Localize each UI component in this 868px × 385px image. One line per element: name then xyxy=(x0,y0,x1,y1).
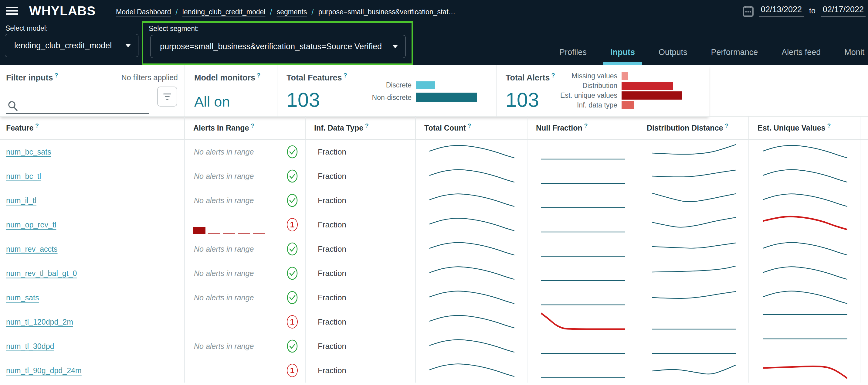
bar-est-unique-values xyxy=(622,91,682,99)
feature-link-num-rev-accts[interactable]: num_rev_accts xyxy=(6,245,58,254)
table-row: num_satsNo alerts in rangeFraction xyxy=(0,286,868,310)
est-unique-values-sparkline xyxy=(763,261,847,286)
table-body: num_bc_satsNo alerts in rangeFractionnum… xyxy=(0,140,868,383)
est-unique-values-sparkline xyxy=(763,237,847,261)
calendar-icon xyxy=(743,5,753,17)
feature-link-num-tl-30dpd[interactable]: num_tl_30dpd xyxy=(6,342,54,351)
distribution-distance-sparkline xyxy=(652,237,736,261)
total-count-sparkline xyxy=(429,358,515,383)
filter-inputs-panel: Filter inputs? No filters applied xyxy=(0,65,185,117)
no-alerts-text: No alerts in range xyxy=(194,245,254,254)
alert-mini-bar-chart xyxy=(193,226,265,234)
hamburger-menu-icon[interactable] xyxy=(6,7,18,17)
help-icon[interactable]: ? xyxy=(827,122,831,129)
bar-label: Inf. data type xyxy=(497,101,622,109)
breadcrumb-item-segments[interactable]: segments xyxy=(277,8,307,16)
alert-ok-badge xyxy=(287,194,298,207)
inferred-data-type: Fraction xyxy=(318,172,346,181)
null-fraction-sparkline xyxy=(541,188,625,212)
help-icon[interactable]: ? xyxy=(584,122,588,129)
bar-missing-values xyxy=(622,72,628,80)
feature-link-num-op-rev-tl[interactable]: num_op_rev_tl xyxy=(6,220,56,229)
feature-link-num-rev-tl-bal-gt-0[interactable]: num_rev_tl_bal_gt_0 xyxy=(6,269,77,278)
filter-inputs-title: Filter inputs? xyxy=(6,72,58,83)
model-monitors-title: Model monitors? xyxy=(194,72,260,83)
total-count-sparkline xyxy=(429,140,515,164)
feature-link-num-sats[interactable]: num_sats xyxy=(6,293,39,302)
inferred-data-type: Fraction xyxy=(318,317,346,327)
distribution-distance-sparkline xyxy=(652,358,736,383)
distribution-distance-sparkline xyxy=(652,261,736,286)
bar-inf-data-type xyxy=(622,101,634,109)
date-range-picker[interactable]: 02/13/2022 to 02/17/2022 xyxy=(743,5,866,17)
null-fraction-sparkline xyxy=(541,164,625,188)
inferred-data-type: Fraction xyxy=(318,147,346,157)
total-alerts-panel: Total Alerts? 103 Missing valuesDistribu… xyxy=(497,65,709,117)
tab-performance[interactable]: Performance xyxy=(701,39,768,65)
est-unique-values-sparkline xyxy=(763,188,847,212)
tab-outputs[interactable]: Outputs xyxy=(649,39,698,65)
tab-monit[interactable]: Monit xyxy=(834,39,868,65)
est-unique-values-sparkline xyxy=(763,140,847,164)
null-fraction-sparkline xyxy=(541,140,625,164)
alert-count-badge: 1 xyxy=(287,218,298,231)
no-alerts-text: No alerts in range xyxy=(194,148,254,156)
end-date-field[interactable]: 02/17/2022 xyxy=(821,5,866,17)
null-fraction-sparkline xyxy=(541,237,625,261)
help-icon[interactable]: ? xyxy=(725,122,728,129)
filter-button[interactable] xyxy=(157,87,177,107)
help-icon[interactable]: ? xyxy=(344,72,347,79)
total-count-sparkline xyxy=(429,164,515,188)
model-select-dropdown[interactable]: lending_club_credit_model xyxy=(5,34,138,57)
column-header-total-count: Total Count? xyxy=(415,117,527,139)
est-unique-values-sparkline xyxy=(763,334,847,358)
no-alerts-text: No alerts in range xyxy=(194,172,254,181)
tab-profiles[interactable]: Profiles xyxy=(549,39,597,65)
tab-alerts-feed[interactable]: Alerts feed xyxy=(772,39,831,65)
no-alerts-text: No alerts in range xyxy=(194,196,254,205)
breadcrumb-item-lending-club-credit-[interactable]: lending_club_credit_model xyxy=(182,8,266,16)
help-icon[interactable]: ? xyxy=(365,122,369,129)
alert-ok-badge xyxy=(287,267,298,280)
segment-select-dropdown[interactable]: purpose=small_business&verification_stat… xyxy=(151,35,405,58)
total-count-sparkline xyxy=(429,212,515,237)
table-row: num_bc_satsNo alerts in rangeFraction xyxy=(0,140,868,164)
total-count-sparkline xyxy=(429,261,515,286)
help-icon[interactable]: ? xyxy=(257,72,260,79)
breadcrumb: Model Dashboard/lending_club_credit_mode… xyxy=(116,7,456,17)
est-unique-values-sparkline xyxy=(763,286,847,310)
help-icon[interactable]: ? xyxy=(35,122,39,129)
column-header-est-unique-values: Est. Unique Values? xyxy=(748,117,860,139)
chevron-down-icon xyxy=(393,45,398,48)
breadcrumb-separator: / xyxy=(176,7,178,17)
search-input[interactable] xyxy=(6,102,149,114)
start-date-field[interactable]: 02/13/2022 xyxy=(759,5,804,17)
inferred-data-type: Fraction xyxy=(318,244,346,254)
bar-non-discrete xyxy=(416,93,477,102)
feature-link-num-tl-90g-dpd-24m[interactable]: num_tl_90g_dpd_24m xyxy=(6,366,82,375)
feature-link-num-il-tl[interactable]: num_il_tl xyxy=(6,196,36,205)
filter-status-text: No filters applied xyxy=(121,73,178,82)
feature-link-num-bc-sats[interactable]: num_bc_sats xyxy=(6,148,51,156)
est-unique-values-sparkline xyxy=(763,358,847,383)
table-row: num_il_tlNo alerts in rangeFraction xyxy=(0,188,868,212)
tab-inputs[interactable]: Inputs xyxy=(600,39,645,65)
distribution-distance-sparkline xyxy=(652,286,736,310)
select-model-label: Select model: xyxy=(5,24,48,32)
help-icon[interactable]: ? xyxy=(55,72,58,79)
alert-ok-badge xyxy=(287,242,298,256)
table-row: num_rev_tl_bal_gt_0No alerts in rangeFra… xyxy=(0,261,868,286)
feature-link-num-bc-tl[interactable]: num_bc_tl xyxy=(6,172,41,181)
null-fraction-sparkline xyxy=(541,286,625,310)
inferred-data-type: Fraction xyxy=(318,366,346,375)
distribution-distance-sparkline xyxy=(652,188,736,212)
help-icon[interactable]: ? xyxy=(251,122,254,129)
search-icon xyxy=(7,100,19,112)
feature-link-num-tl-120dpd-2m[interactable]: num_tl_120dpd_2m xyxy=(6,318,73,326)
total-count-sparkline xyxy=(429,310,515,334)
inferred-data-type: Fraction xyxy=(318,342,346,351)
column-header-inf-data-type: Inf. Data Type? xyxy=(305,117,415,139)
breadcrumb-item-model-dashboard[interactable]: Model Dashboard xyxy=(116,8,171,16)
help-icon[interactable]: ? xyxy=(468,122,471,129)
total-count-sparkline xyxy=(429,237,515,261)
